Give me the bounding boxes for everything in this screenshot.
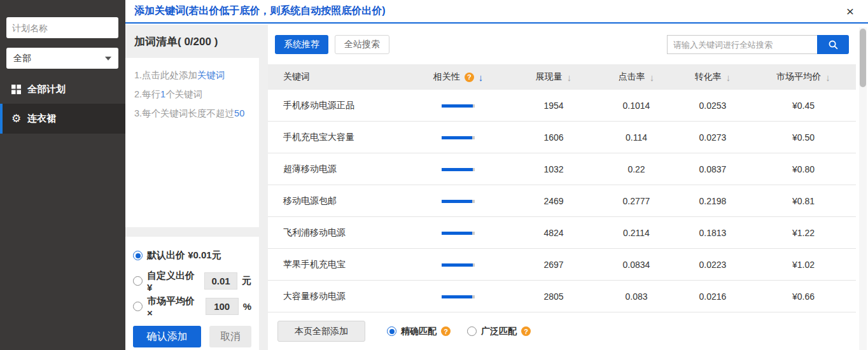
ctr-cell: 0.0834 (598, 260, 675, 270)
relevance-cell (407, 132, 509, 143)
cvr-cell: 0.0273 (675, 132, 751, 143)
cvr-cell: 0.0837 (675, 164, 751, 174)
relevance-cell (407, 196, 509, 206)
instruction-line: 1.点击此处添加关键词 (134, 66, 250, 85)
add-words-panel: 加词清单( 0/200 ) 1.点击此处添加关键词 2.每行1个关键词 3.每个… (125, 25, 259, 350)
keyword-search-input[interactable] (667, 35, 817, 54)
table-header: 关键词 相关性 ? ↓ 展现量 ↓ 点击率 ↓ (268, 64, 856, 90)
keyword-textarea[interactable]: 1.点击此处添加关键词 2.每行1个关键词 3.每个关键词长度不超过50 (125, 58, 259, 227)
close-icon[interactable]: × (846, 4, 854, 18)
ctr-cell: 0.083 (598, 291, 675, 302)
panel-gutter (259, 25, 268, 350)
help-icon[interactable]: ? (465, 73, 474, 82)
col-keyword: 关键词 (268, 71, 407, 83)
sidebar-item-dress-plan[interactable]: ⚙ 连衣裙 (0, 104, 125, 134)
price-cell: ¥0.66 (751, 291, 856, 302)
plan-search-box (6, 17, 118, 38)
help-icon[interactable]: ? (441, 326, 451, 336)
sidebar-item-label: 连衣裙 (27, 113, 56, 125)
plan-filter-value: 全部 (13, 53, 31, 64)
col-market-price[interactable]: 市场平均价 ↓ (751, 71, 856, 83)
sort-desc-icon[interactable]: ↓ (726, 72, 731, 83)
relevance-bar (442, 136, 475, 139)
keyword-cell: 手机充电宝大容量 (268, 132, 407, 143)
price-cell: ¥0.50 (751, 132, 856, 143)
keyword-cell: 手机移动电源正品 (268, 100, 407, 111)
table-row[interactable]: 超薄移动电源10320.220.0837¥0.80 (268, 153, 856, 185)
sidebar-item-all-plans[interactable]: 全部计划 (0, 78, 125, 101)
match-type-group: 精确匹配 ? 广泛匹配 ? (387, 326, 531, 337)
relevance-cell (407, 164, 509, 174)
table-footer: 本页全部添加 精确匹配 ? 广泛匹配 ? (268, 312, 868, 342)
vertical-scrollbar[interactable] (859, 27, 867, 350)
radio-exact-match[interactable] (387, 326, 396, 336)
bid-options-section: 默认出价 ¥0.01元 自定义出价¥ 元 市场平均价 × % 确认添加 取消 (125, 237, 259, 350)
col-relevance[interactable]: 相关性 ? ↓ (407, 71, 509, 83)
bid-option-label: 默认出价 ¥0.01元 (147, 249, 221, 262)
table-row[interactable]: 手机充电宝大容量16060.1140.0273¥0.50 (268, 122, 856, 153)
bid-option-default[interactable]: 默认出价 ¥0.01元 (133, 247, 251, 264)
match-option-label: 广泛匹配 (481, 326, 517, 337)
confirm-add-button[interactable]: 确认添加 (133, 326, 201, 347)
table-row[interactable]: 飞利浦移动电源48240.21140.1813¥1.22 (268, 217, 856, 249)
keyword-search-button[interactable] (817, 35, 849, 54)
col-impressions[interactable]: 展现量 ↓ (509, 71, 598, 83)
chevron-down-icon (105, 57, 111, 60)
cvr-cell: 0.1813 (675, 228, 751, 238)
radio-custom-bid[interactable] (133, 276, 143, 286)
tabs: 系统推荐 全站搜索 (275, 35, 389, 54)
tab-system-recommend[interactable]: 系统推荐 (275, 35, 328, 54)
sidebar: 全部 全部计划 ⚙ 连衣裙 (0, 0, 125, 350)
sort-desc-icon[interactable]: ↓ (479, 72, 484, 83)
table-row[interactable]: 苹果手机充电宝26970.08340.0223¥1.02 (268, 249, 856, 281)
relevance-bar (442, 200, 475, 203)
gear-icon: ⚙ (11, 113, 21, 124)
match-option-broad[interactable]: 广泛匹配 ? (467, 326, 531, 337)
plan-search-input[interactable] (12, 23, 127, 33)
relevance-bar (442, 168, 475, 171)
bid-option-market-avg[interactable]: 市场平均价 × % (133, 298, 251, 315)
custom-bid-input[interactable] (204, 272, 237, 290)
radio-market-avg[interactable] (133, 302, 143, 311)
add-all-button[interactable]: 本页全部添加 (277, 321, 365, 342)
keyword-content: 系统推荐 全站搜索 关键词 (268, 25, 868, 350)
relevance-cell (407, 291, 509, 302)
keyword-cell: 苹果手机充电宝 (268, 259, 407, 270)
price-cell: ¥1.22 (751, 228, 856, 238)
cvr-cell: 0.0253 (675, 101, 751, 111)
search-icon (828, 39, 839, 50)
plan-filter-dropdown[interactable]: 全部 (6, 48, 118, 69)
instruction-line: 3.每个关键词长度不超过50 (134, 104, 250, 123)
sort-desc-icon[interactable]: ↓ (825, 72, 830, 83)
relevance-bar (442, 295, 475, 298)
bid-option-label: 市场平均价 × (147, 295, 201, 318)
col-cvr[interactable]: 转化率 ↓ (675, 71, 751, 83)
relevance-bar (442, 263, 475, 267)
cvr-cell: 0.0223 (675, 260, 751, 270)
col-ctr[interactable]: 点击率 ↓ (598, 71, 675, 83)
help-icon[interactable]: ? (521, 326, 531, 336)
modal-title-bar: 添加关键词(若出价低于底价，则系统自动按照底价出价) × (125, 0, 868, 24)
instruction-line: 2.每行1个关键词 (134, 85, 250, 104)
impressions-cell: 2469 (509, 196, 598, 206)
market-avg-input[interactable] (206, 298, 239, 315)
tab-site-search[interactable]: 全站搜索 (335, 35, 389, 54)
radio-broad-match[interactable] (467, 326, 477, 336)
sort-desc-icon[interactable]: ↓ (567, 72, 572, 83)
radio-default-bid[interactable] (133, 251, 143, 260)
scrollbar-thumb[interactable] (860, 29, 866, 87)
impressions-cell: 1954 (509, 101, 598, 111)
toolbar: 系统推荐 全站搜索 (268, 25, 868, 64)
sort-desc-icon[interactable]: ↓ (650, 72, 655, 83)
add-keywords-modal: 添加关键词(若出价低于底价，则系统自动按照底价出价) × 加词清单( 0/200… (125, 0, 868, 350)
bid-option-custom[interactable]: 自定义出价¥ 元 (133, 272, 251, 290)
table-row[interactable]: 手机移动电源正品19540.10140.0253¥0.45 (268, 90, 856, 122)
relevance-bar (442, 232, 475, 235)
cancel-button[interactable]: 取消 (209, 326, 251, 347)
panel-separator (125, 227, 259, 237)
table-row[interactable]: 移动电源包邮24690.27770.2198¥0.81 (268, 185, 856, 217)
sidebar-item-label: 全部计划 (27, 83, 66, 95)
bid-option-label: 自定义出价¥ (147, 270, 200, 293)
table-row[interactable]: 大容量移动电源28050.0830.0216¥0.66 (268, 281, 856, 312)
match-option-exact[interactable]: 精确匹配 ? (387, 326, 451, 337)
